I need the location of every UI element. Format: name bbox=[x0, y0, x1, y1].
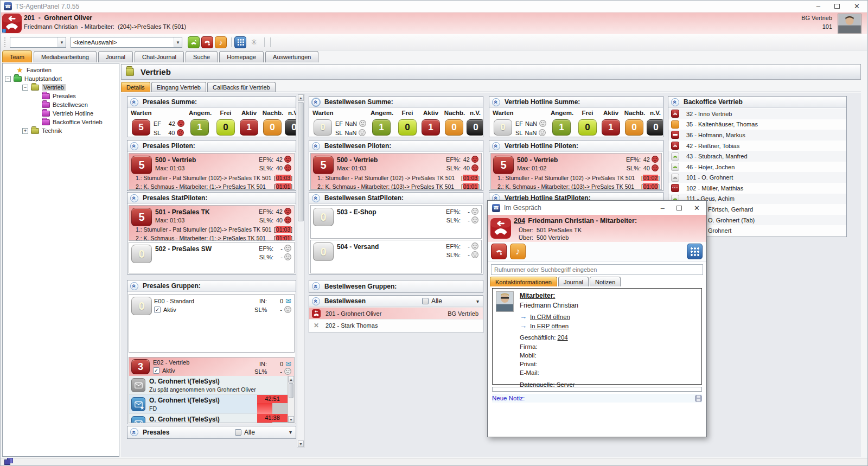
selection-combobox[interactable]: <keineAuswahl> ▾ bbox=[71, 37, 182, 48]
expand-expander[interactable]: + bbox=[22, 128, 28, 134]
agent-row[interactable]: ... 102 - Müller, Matthias bbox=[668, 183, 846, 194]
tree-item-vertrieb[interactable]: − Vertrieb bbox=[3, 83, 119, 92]
collapse-expander[interactable]: − bbox=[5, 76, 11, 82]
tab-suche[interactable]: Suche bbox=[186, 51, 218, 62]
search-input[interactable] bbox=[494, 266, 700, 273]
scroll-thumb[interactable] bbox=[289, 383, 293, 398]
tab-homepage[interactable]: Homepage bbox=[219, 51, 264, 62]
collapse-icon[interactable]: « bbox=[130, 142, 138, 150]
new-note-link[interactable]: Neue Notiz: bbox=[492, 395, 525, 401]
tab-kontaktinformationen[interactable]: Kontaktinformationen bbox=[490, 277, 557, 286]
crm-link[interactable]: →In CRM öffnen bbox=[520, 312, 570, 321]
collapse-icon[interactable]: « bbox=[492, 98, 500, 106]
tree-item-presales[interactable]: Presales bbox=[3, 92, 119, 100]
agent-row[interactable]: 42 - Reißner, Tobias bbox=[668, 141, 846, 151]
tree-item-backoffice-vertrieb[interactable]: Backoffice Vertrieb bbox=[3, 118, 119, 126]
tab-chat-journal[interactable]: Chat-Journal bbox=[135, 51, 184, 62]
collapse-icon[interactable]: « bbox=[130, 98, 138, 106]
tab-journal[interactable]: Journal bbox=[98, 51, 133, 62]
agent-row[interactable]: 101 - O. Grohnert bbox=[668, 172, 846, 183]
minimize-button[interactable]: – bbox=[661, 205, 665, 212]
collapse-icon[interactable]: « bbox=[312, 142, 320, 150]
chevron-down-icon[interactable]: ▾ bbox=[174, 37, 182, 47]
group-card-e02[interactable]: 3 E02 - Vertrieb ✓Aktiv IN:0✉ SL%- O. Gr… bbox=[129, 357, 295, 423]
chevron-down-icon[interactable]: ▾ bbox=[58, 37, 66, 47]
message-row[interactable]: ★ O. Grohnert \(TeleSys\) FD 42:51 bbox=[129, 395, 294, 414]
scroll-up-icon[interactable]: ▲ bbox=[298, 94, 304, 101]
alle-checkbox[interactable] bbox=[422, 298, 429, 304]
collapse-icon[interactable]: « bbox=[312, 297, 320, 305]
save-icon[interactable] bbox=[695, 395, 702, 402]
message-row[interactable]: O. Grohnert \(TeleSys\) Zu spät angenomm… bbox=[129, 376, 294, 395]
maximize-button[interactable] bbox=[676, 205, 682, 212]
pilot-card-500[interactable]: 5 500 - Vertrieb Max: 01:03 EF%:42 SL%:4… bbox=[310, 153, 482, 190]
tab-details[interactable]: Details bbox=[121, 82, 150, 92]
pilot-card-500[interactable]: 5 500 - Vertrieb Max: 01:03 EF%:42 SL%:4… bbox=[129, 153, 295, 190]
message-row[interactable]: O. Grohnert \(TeleSys\) 41:38 bbox=[129, 414, 294, 423]
tab-team[interactable]: Team bbox=[2, 50, 32, 62]
collapse-icon[interactable]: « bbox=[130, 282, 138, 290]
alle-checkbox[interactable] bbox=[235, 429, 241, 436]
collapse-icon[interactable]: « bbox=[671, 98, 679, 106]
agent-row-202[interactable]: ✕ 202 - Stark Thomas bbox=[309, 319, 483, 331]
dialpad-button[interactable] bbox=[687, 244, 703, 259]
agent-row[interactable]: 32 - Inno Vertrieb bbox=[668, 108, 846, 119]
tree-item-bestellwesen[interactable]: Bestellwesen bbox=[3, 100, 119, 109]
tab-auswertungen[interactable]: Auswertungen bbox=[265, 51, 318, 62]
tab-eingang-vertrieb[interactable]: Eingang Vertrieb bbox=[151, 82, 206, 92]
pilot-card-500[interactable]: 5 500 - Vertrieb Max: 01:02 EF%:42 SL%:4… bbox=[490, 153, 662, 190]
collapse-icon[interactable]: « bbox=[492, 142, 500, 150]
tab-callbacks[interactable]: CallBacks für Vertrieb bbox=[207, 82, 276, 92]
chevron-down-icon[interactable]: ▾ bbox=[476, 298, 479, 304]
answer-call-button[interactable] bbox=[188, 36, 200, 48]
scroll-down-icon[interactable]: ▼ bbox=[298, 441, 304, 447]
tree-item-favoriten[interactable]: ★ Favoriten bbox=[3, 66, 119, 74]
scroll-thumb[interactable] bbox=[298, 102, 304, 221]
group-card-e00[interactable]: 0 E00 - Standard ✓Aktiv IN:0✉ SL%- bbox=[129, 294, 295, 353]
tab-journal[interactable]: Journal bbox=[558, 277, 589, 286]
pilot-card-504[interactable]: 0 504 - Versand EF%:- SL%:- bbox=[310, 240, 482, 273]
minimize-button[interactable]: – bbox=[816, 3, 820, 10]
music-note-button[interactable]: ♪ bbox=[510, 244, 526, 259]
agent-row[interactable]: 46 - Hojer, Jochen bbox=[668, 162, 846, 173]
scroll-down-icon[interactable]: ▼ bbox=[288, 416, 294, 423]
agent-row[interactable]: 35 - Kaltenhäuser, Thomas bbox=[668, 119, 846, 130]
collapse-icon[interactable]: « bbox=[130, 194, 138, 202]
collapse-icon[interactable]: « bbox=[312, 194, 320, 202]
restore-button[interactable] bbox=[834, 3, 840, 10]
collapse-icon[interactable]: « bbox=[312, 282, 320, 290]
profile-combobox[interactable]: ▾ bbox=[10, 37, 66, 48]
chevron-down-icon[interactable]: ▾ bbox=[289, 429, 292, 435]
dialpad-button[interactable] bbox=[234, 36, 246, 48]
close-button[interactable]: ✕ bbox=[694, 205, 700, 212]
tree-item-technik[interactable]: + Technik bbox=[3, 126, 119, 135]
tree-item-vertrieb-hotline[interactable]: Vertrieb Hotline bbox=[3, 109, 119, 118]
scroll-up-icon[interactable]: ▲ bbox=[288, 376, 294, 382]
agent-row-201[interactable]: 201 - Grohnert Oliver BG Vertrieb bbox=[309, 307, 483, 319]
message-scrollbar[interactable]: ▲ ▼ bbox=[288, 376, 294, 423]
agent-row[interactable]: 36 - Hofmann, Markus bbox=[668, 130, 846, 141]
hangup-call-button[interactable] bbox=[491, 244, 507, 259]
pilot-card-503[interactable]: 0 503 - E-Shop EF%:- SL%:- bbox=[310, 205, 482, 239]
aktiv-checkbox[interactable]: ✓ bbox=[153, 367, 159, 374]
agent-row[interactable]: 43 - Stubrach, Manfred bbox=[668, 151, 846, 162]
aktiv-checkbox[interactable]: ✓ bbox=[154, 307, 161, 313]
music-note-button[interactable]: ♪ bbox=[215, 36, 227, 48]
tab-mediabearbeitung[interactable]: Mediabearbeitung bbox=[34, 51, 97, 62]
collapse-icon[interactable]: « bbox=[130, 428, 138, 436]
number-link[interactable]: 204 bbox=[557, 334, 567, 341]
collapse-expander[interactable]: − bbox=[22, 85, 28, 91]
settings-button[interactable]: ✳ bbox=[248, 36, 260, 48]
pilot-card-502[interactable]: 0 502 - PreSales SW EF%:- SL%:- bbox=[129, 242, 295, 273]
close-button[interactable]: ✕ bbox=[854, 3, 860, 10]
erp-link[interactable]: →In ERP öffnen bbox=[520, 322, 569, 330]
pilot-card-501[interactable]: 5 501 - PreSales TK Max: 01:03 EF%:42 SL… bbox=[129, 205, 295, 241]
tab-notizen[interactable]: Notizen bbox=[590, 277, 621, 286]
note-input-strip[interactable] bbox=[492, 387, 702, 392]
collapse-icon[interactable]: « bbox=[312, 98, 320, 106]
hangup-call-button[interactable] bbox=[201, 36, 213, 48]
caller-number-link[interactable]: 204 bbox=[514, 217, 525, 225]
board-scrollbar[interactable]: ▲ ▼ bbox=[297, 94, 305, 448]
tree-item-hauptstandort[interactable]: − Hauptstandort bbox=[3, 74, 119, 83]
toolbar-grip[interactable] bbox=[4, 37, 7, 47]
